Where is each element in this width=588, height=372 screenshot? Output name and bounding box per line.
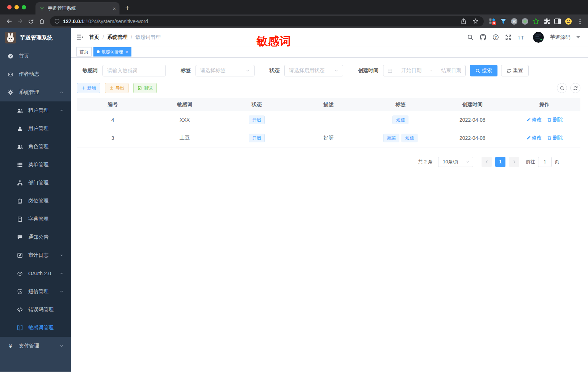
- username[interactable]: 芋道源码: [550, 34, 570, 41]
- sidebar-item-notice[interactable]: 通知公告: [0, 228, 71, 246]
- edit-link[interactable]: 修改: [526, 135, 542, 141]
- sidebar-item-label: 菜单管理: [28, 162, 49, 168]
- chevron-down-icon: [334, 68, 339, 73]
- sidebar-item-tenant[interactable]: 租户管理: [0, 101, 71, 120]
- reload-icon: [28, 18, 34, 24]
- sidebar-logo[interactable]: 芋道管理系统: [0, 28, 71, 47]
- filter-word-label: 敏感词: [83, 67, 98, 74]
- fullscreen-icon[interactable]: [505, 34, 512, 41]
- edit-link[interactable]: 修改: [526, 117, 542, 123]
- font-size-icon[interactable]: TT: [518, 34, 525, 41]
- view-tab[interactable]: 首页: [76, 47, 92, 57]
- yen-icon: ¥: [8, 343, 13, 349]
- chevron-down-icon: [59, 289, 64, 294]
- extensions-puzzle-icon[interactable]: [543, 18, 550, 25]
- refresh-table-button[interactable]: [570, 83, 580, 93]
- browser-menu-icon[interactable]: [577, 18, 583, 25]
- filter-status: 状态 请选择启用状态: [269, 65, 343, 76]
- user-menu-caret-icon[interactable]: [576, 36, 580, 38]
- status-select-placeholder: 请选择启用状态: [289, 67, 324, 74]
- sidebar-item-system[interactable]: 系统管理: [0, 83, 71, 101]
- breadcrumb-item[interactable]: 首页: [89, 34, 99, 41]
- back-button[interactable]: [4, 16, 14, 27]
- chevron-down-icon: [466, 160, 470, 164]
- navbar-actions: ? TT 芋道源码: [467, 32, 588, 43]
- sidebar-item-post[interactable]: 岗位管理: [0, 192, 71, 210]
- sidebar-item-author[interactable]: 作者动态: [0, 65, 71, 83]
- sidebar-item-user[interactable]: 用户管理: [0, 120, 71, 138]
- sidebar-item-menu[interactable]: 菜单管理: [0, 156, 71, 174]
- reset-button[interactable]: 重置: [501, 65, 529, 76]
- share-icon[interactable]: [461, 18, 467, 24]
- export-button[interactable]: 导出: [105, 83, 129, 93]
- cell-desc: 好呀: [293, 129, 365, 147]
- keyword-input[interactable]: [102, 65, 166, 76]
- app-title: 芋道管理系统: [20, 34, 52, 41]
- sidebar-item-pay[interactable]: ¥支付管理: [0, 337, 71, 355]
- page-size-select[interactable]: 10条/页: [438, 157, 473, 167]
- cell-desc: [293, 111, 365, 129]
- address-bar[interactable]: 127.0.0.1:1024/system/sensitive-word: [50, 16, 484, 26]
- current-page-button[interactable]: 1: [495, 157, 505, 167]
- extension-record-icon[interactable]: [521, 18, 529, 25]
- view-tab[interactable]: 敏感词管理×: [93, 47, 131, 57]
- sidebar-item-role[interactable]: 角色管理: [0, 138, 71, 156]
- help-icon[interactable]: ?: [492, 34, 499, 41]
- prev-page-button[interactable]: [482, 157, 492, 167]
- toggle-search-button[interactable]: [557, 83, 567, 93]
- date-range-picker[interactable]: 开始日期 - 结束日期: [383, 65, 466, 76]
- breadcrumb: 首页/系统管理/敏感词管理: [89, 34, 161, 41]
- tab-close-icon[interactable]: ×: [113, 5, 116, 12]
- toolbar-row: 新增 导出 测试: [77, 83, 580, 93]
- svg-text:?: ?: [495, 35, 497, 39]
- sidebar-item-label: 通知公告: [28, 234, 49, 241]
- pencil-icon: [526, 117, 531, 122]
- reload-button[interactable]: [25, 16, 36, 27]
- next-page-button[interactable]: [509, 157, 519, 167]
- window-minimize-button[interactable]: [14, 5, 19, 9]
- window-close-button[interactable]: [7, 5, 12, 9]
- goto-page-input[interactable]: [538, 157, 552, 167]
- user-avatar[interactable]: [533, 32, 544, 43]
- close-icon[interactable]: ×: [125, 50, 128, 54]
- chevron-up-icon: [59, 90, 64, 95]
- sidebar-item-errcode[interactable]: 错误码管理: [0, 301, 71, 319]
- robot-icon: [17, 271, 23, 276]
- extension-star-icon[interactable]: [532, 18, 539, 25]
- bookmark-star-icon[interactable]: [472, 18, 479, 24]
- forward-button[interactable]: [14, 16, 25, 27]
- sidebar-item-dept[interactable]: 部门管理: [0, 174, 71, 192]
- sidebar-toggle-button[interactable]: [76, 34, 84, 40]
- window-zoom-button[interactable]: [22, 5, 26, 9]
- tag-select[interactable]: 请选择标签: [196, 65, 255, 76]
- sidebar-item-sms[interactable]: 短信管理: [0, 283, 71, 301]
- sidebar-item-dict[interactable]: 字典管理: [0, 210, 71, 228]
- extension-command-icon[interactable]: ⌘: [511, 18, 518, 25]
- add-button[interactable]: 新增: [77, 83, 100, 93]
- status-select[interactable]: 请选择启用状态: [284, 65, 343, 76]
- home-button[interactable]: [36, 16, 47, 27]
- sidebar: 芋道管理系统 首页作者动态系统管理租户管理用户管理角色管理菜单管理部门管理岗位管…: [0, 28, 71, 372]
- extension-grid-icon[interactable]: 9: [489, 18, 496, 25]
- table-tools: [557, 83, 580, 93]
- sidebar-item-audit[interactable]: 审计日志: [0, 246, 71, 264]
- github-icon[interactable]: [480, 34, 486, 41]
- search-button[interactable]: 搜索: [470, 65, 497, 76]
- cell-created: 2022-04-08: [437, 111, 509, 129]
- sidebar-item-sensitive-word[interactable]: 敏感词管理: [0, 319, 71, 337]
- extension-funnel-icon[interactable]: [500, 18, 507, 25]
- browser-tab[interactable]: 芋道管理系统 ×: [35, 2, 119, 14]
- test-button[interactable]: 测试: [133, 83, 157, 93]
- trash-icon: [547, 135, 552, 140]
- breadcrumb-item[interactable]: 系统管理: [107, 34, 127, 41]
- sidebar-item-home[interactable]: 首页: [0, 47, 71, 65]
- site-info-icon[interactable]: [54, 18, 60, 24]
- filter-form: 敏感词 标签 请选择标签 状态 请选择启用状态: [77, 65, 580, 76]
- sidebar-item-oauth[interactable]: OAuth 2.0: [0, 264, 71, 283]
- new-tab-button[interactable]: +: [122, 3, 133, 13]
- delete-link[interactable]: 删除: [547, 135, 563, 141]
- header-search-icon[interactable]: [467, 34, 474, 41]
- profile-avatar-icon[interactable]: [565, 18, 572, 25]
- side-panel-icon[interactable]: [554, 18, 561, 25]
- delete-link[interactable]: 删除: [547, 117, 563, 123]
